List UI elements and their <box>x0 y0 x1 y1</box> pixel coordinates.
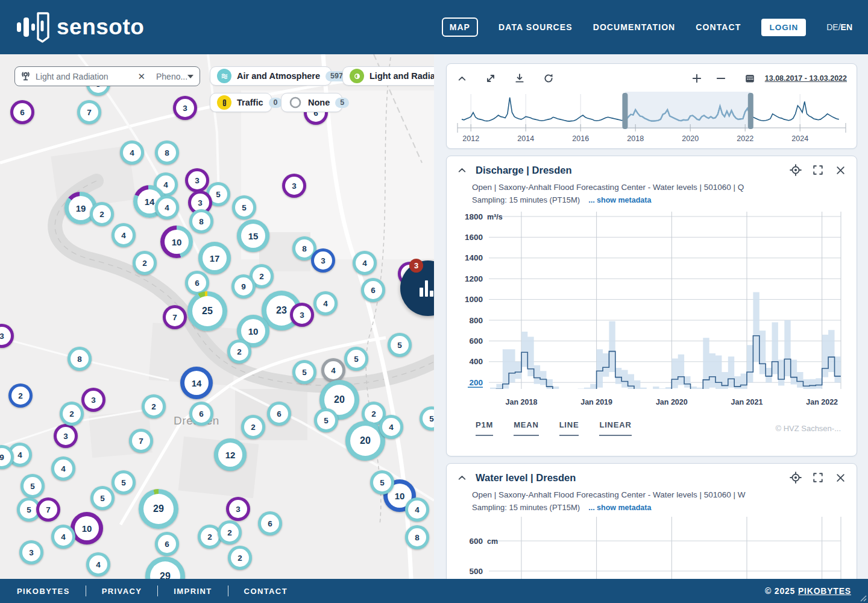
show-metadata-link[interactable]: ... show metadata <box>588 196 651 204</box>
phenomenon-dropdown[interactable]: Pheno... <box>150 72 200 81</box>
nav-data-sources[interactable]: DATA SOURCES <box>498 22 573 32</box>
map-marker[interactable]: 4 <box>353 251 377 275</box>
map-marker[interactable]: 5 <box>370 470 394 494</box>
map-marker[interactable]: 6 <box>267 402 291 426</box>
map-marker[interactable]: 4 <box>51 456 75 481</box>
map-marker[interactable]: 2 <box>60 402 84 426</box>
login-button[interactable]: LOGIN <box>761 19 806 36</box>
map-marker[interactable]: 10 <box>71 512 103 545</box>
footer-link-imprint[interactable]: IMPRINT <box>158 587 227 596</box>
calendar-icon[interactable] <box>743 72 756 85</box>
map-marker[interactable]: 8 <box>155 140 179 165</box>
chip-air-and-atmosphere[interactable]: Air and Atmosphere 597 <box>210 66 332 86</box>
map-marker[interactable]: 25 <box>187 291 227 331</box>
collapse-panel-icon[interactable] <box>455 471 468 484</box>
zoom-in-icon[interactable] <box>690 72 703 85</box>
map-marker[interactable]: 2 <box>133 251 157 275</box>
map-marker[interactable]: 5 <box>90 486 115 510</box>
footer-link-pikobytes[interactable]: PIKOBYTES <box>17 587 86 596</box>
map-marker[interactable]: 4 <box>86 552 110 576</box>
map-marker[interactable]: 6 <box>10 100 34 124</box>
map-marker[interactable]: 12 <box>214 438 247 471</box>
map-marker[interactable]: 6 <box>258 511 282 535</box>
map-marker[interactable]: 6 <box>361 278 385 302</box>
map-marker[interactable]: 2 <box>227 339 251 364</box>
map-marker[interactable]: 8 <box>68 347 92 371</box>
show-metadata-link[interactable]: ... show metadata <box>588 504 651 512</box>
control-mean[interactable]: MEAN <box>514 420 538 436</box>
lang-de[interactable]: DE <box>826 22 838 32</box>
map-marker[interactable]: 7 <box>129 429 153 453</box>
map-marker[interactable]: 4 <box>51 525 75 549</box>
map-marker[interactable]: 4 <box>112 223 136 247</box>
map-marker[interactable]: 9 <box>231 274 256 298</box>
locate-station-icon[interactable] <box>789 163 802 177</box>
close-panel-icon[interactable] <box>834 471 847 484</box>
lang-en[interactable]: EN <box>841 22 852 32</box>
map-marker[interactable]: 2 <box>241 415 265 439</box>
refresh-icon[interactable] <box>542 72 555 85</box>
resize-handle-icon[interactable] <box>858 593 867 602</box>
map-marker[interactable]: 4 <box>405 497 429 522</box>
close-panel-icon[interactable] <box>834 163 847 177</box>
map-marker[interactable]: 5 <box>344 347 368 371</box>
chip-traffic[interactable]: Traffic 0 <box>210 93 272 112</box>
map-marker[interactable]: 5 <box>112 470 136 494</box>
collapse-timeline-icon[interactable] <box>455 72 468 85</box>
pikobytes-link[interactable]: PIKOBYTES <box>798 586 851 596</box>
download-icon[interactable] <box>513 72 526 85</box>
map-marker[interactable]: 3 <box>185 168 209 192</box>
nav-map[interactable]: MAP <box>442 17 478 37</box>
map-marker[interactable]: 4 <box>313 291 338 315</box>
map-marker[interactable]: 3 <box>173 96 197 120</box>
control-linear[interactable]: LINEAR <box>599 420 631 436</box>
map-marker[interactable]: 8 <box>405 525 429 549</box>
fullscreen-icon[interactable] <box>811 163 825 177</box>
map-marker[interactable]: 7 <box>36 497 60 522</box>
date-range-link[interactable]: 13.08.2017 - 13.03.2022 <box>765 74 847 83</box>
expand-range-icon[interactable] <box>484 72 497 85</box>
clear-search-icon[interactable]: ✕ <box>133 71 150 82</box>
map-marker[interactable]: 17 <box>198 242 231 274</box>
footer-link-contact[interactable]: CONTACT <box>228 587 303 596</box>
brand-logo[interactable]: sensoto <box>16 10 144 44</box>
map-marker[interactable]: 4 <box>155 195 179 219</box>
discharge-chart[interactable]: 18001600140012001000800600400200m³/sJan … <box>455 208 848 412</box>
map-marker[interactable]: 5 <box>314 408 338 432</box>
zoom-out-icon[interactable] <box>714 72 728 85</box>
map-marker[interactable]: 4 <box>120 140 144 165</box>
map-marker[interactable]: 3 <box>19 540 43 564</box>
map-marker[interactable]: 3 <box>81 388 105 412</box>
search-input[interactable]: Light and Radiation <box>36 72 128 81</box>
map-marker[interactable]: 10 <box>160 226 193 258</box>
map-marker[interactable]: 5 <box>20 474 45 498</box>
collapse-panel-icon[interactable] <box>455 163 468 177</box>
map-marker[interactable]: 3 <box>226 497 250 521</box>
map-marker[interactable]: 4 <box>379 415 403 439</box>
map-marker[interactable]: 2 <box>142 394 166 418</box>
fullscreen-icon[interactable] <box>811 471 825 484</box>
map-marker[interactable]: 7 <box>163 305 187 329</box>
map-marker[interactable]: 8 <box>189 209 213 233</box>
control-line[interactable]: LINE <box>559 420 579 436</box>
map-marker[interactable]: 2 <box>218 520 242 545</box>
map-marker[interactable]: 2 <box>8 384 33 408</box>
map-marker[interactable]: 15 <box>237 219 269 252</box>
language-switch[interactable]: DE/EN <box>826 22 852 32</box>
map-marker[interactable]: 5 <box>232 195 256 219</box>
map-marker[interactable]: 3 <box>54 424 78 448</box>
search-field[interactable]: Light and Radiation ✕ <box>15 71 150 82</box>
nav-contact[interactable]: CONTACT <box>696 22 741 32</box>
map-marker[interactable]: 5 <box>292 360 316 384</box>
map-marker[interactable]: 3 <box>282 174 306 198</box>
map-marker[interactable]: 3 <box>290 303 314 327</box>
map-marker[interactable]: 4 <box>321 358 345 382</box>
map-marker[interactable]: 3 <box>311 248 335 273</box>
chip-none[interactable]: None 5 <box>281 93 342 112</box>
map-marker[interactable]: 6 <box>155 532 179 556</box>
locate-station-icon[interactable] <box>789 471 802 484</box>
water-level-chart[interactable]: 600500cm <box>455 516 848 579</box>
map-marker[interactable]: 5 <box>388 333 412 357</box>
map-marker[interactable]: 14 <box>180 367 213 399</box>
overview-timeline-chart[interactable]: 2012201420162018202020222024 <box>455 87 848 145</box>
